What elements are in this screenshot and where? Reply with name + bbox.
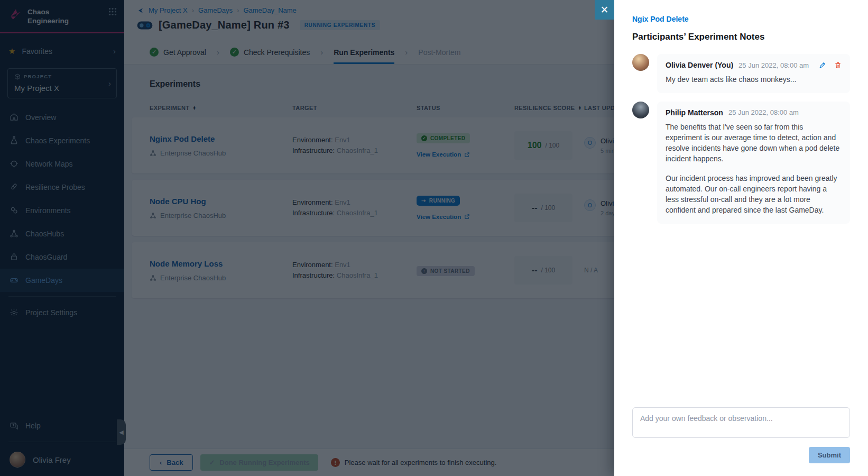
note-author: Philip Matterson [666, 108, 723, 117]
pencil-icon [819, 61, 826, 69]
note-card: Olivia Denver (You) 25 Jun 2022, 08:00 a… [657, 54, 850, 93]
note-author: Olivia Denver (You) [666, 61, 733, 69]
note-text: Our incident process has improved and be… [666, 173, 842, 216]
drawer-body: Ngix Pod Delete Participants’ Experiment… [614, 0, 868, 391]
note-item: Olivia Denver (You) 25 Jun 2022, 08:00 a… [632, 54, 850, 93]
note-text: My dev team acts like chaos monkeys... [666, 75, 842, 85]
note-item: Philip Matterson 25 Jun 2022, 08:00 am T… [632, 102, 850, 224]
feedback-input[interactable] [632, 407, 850, 438]
experiment-name-link[interactable]: Ngix Pod Delete [632, 15, 689, 23]
close-icon[interactable]: ✕ [595, 0, 614, 20]
drawer-title: Participants’ Experiment Notes [632, 32, 850, 42]
note-timestamp: 25 Jun 2022, 08:00 am [738, 61, 809, 69]
avatar [632, 54, 649, 71]
note-timestamp: 25 Jun 2022, 08:00 am [728, 108, 799, 116]
experiment-notes-drawer: ✕ Ngix Pod Delete Participants’ Experime… [614, 0, 868, 476]
modal-overlay[interactable] [0, 0, 614, 476]
submit-button[interactable]: Submit [809, 447, 850, 463]
delete-note-button[interactable] [834, 61, 842, 69]
drawer-footer: Submit [614, 407, 868, 476]
trash-icon [834, 61, 842, 69]
edit-note-button[interactable] [819, 61, 826, 69]
note-card: Philip Matterson 25 Jun 2022, 08:00 am T… [657, 102, 850, 224]
note-text: The benefits that I've seen so far from … [666, 122, 842, 164]
avatar [632, 102, 649, 118]
